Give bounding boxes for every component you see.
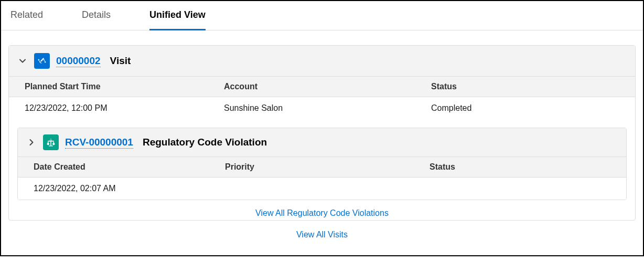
tab-unified-view[interactable]: Unified View: [149, 1, 206, 30]
visit-row: 12/23/2022, 12:00 PM Sunshine Salon Comp…: [9, 97, 635, 119]
nested-container: RCV-00000001 Regulatory Code Violation D…: [9, 119, 635, 220]
tab-related[interactable]: Related: [10, 1, 43, 30]
col-header-status: Status: [431, 82, 619, 91]
col-header-account: Account: [224, 82, 431, 91]
cell-date-created: 12/23/2022, 02:07 AM: [34, 184, 225, 193]
chevron-right-icon[interactable]: [26, 137, 37, 148]
visit-record-link[interactable]: 00000002: [56, 55, 101, 67]
visit-type-label: Visit: [110, 55, 131, 67]
cell-account: Sunshine Salon: [224, 103, 431, 113]
chevron-down-icon[interactable]: [17, 56, 28, 66]
rcv-card-header: RCV-00000001 Regulatory Code Violation: [18, 128, 626, 157]
col-header-rcv-status: Status: [430, 162, 610, 172]
view-all-visits-link[interactable]: View All Visits: [8, 221, 636, 245]
rcv-row: 12/23/2022, 02:07 AM: [18, 178, 626, 200]
visit-icon: [34, 53, 50, 69]
cell-status: Completed: [431, 103, 619, 113]
tab-bar: Related Details Unified View: [1, 1, 643, 30]
view-all-rcv-link[interactable]: View All Regulatory Code Violations: [17, 200, 627, 218]
visit-card: 00000002 Visit Planned Start Time Accoun…: [8, 45, 636, 221]
rcv-column-headers: Date Created Priority Status: [18, 157, 626, 178]
visit-card-header: 00000002 Visit: [9, 46, 635, 77]
col-header-date-created: Date Created: [34, 162, 225, 172]
scales-icon: [43, 134, 59, 150]
cell-rcv-status: [430, 184, 610, 193]
content-area: 00000002 Visit Planned Start Time Accoun…: [1, 30, 643, 255]
tab-details[interactable]: Details: [82, 1, 111, 30]
col-header-priority: Priority: [225, 162, 430, 172]
col-header-planned-start: Planned Start Time: [25, 82, 224, 91]
rcv-type-label: Regulatory Code Violation: [143, 137, 267, 148]
visit-column-headers: Planned Start Time Account Status: [9, 77, 635, 97]
rcv-record-link[interactable]: RCV-00000001: [65, 137, 133, 149]
rcv-card: RCV-00000001 Regulatory Code Violation D…: [17, 128, 627, 200]
cell-planned-start: 12/23/2022, 12:00 PM: [25, 103, 224, 113]
cell-priority: [225, 184, 430, 193]
